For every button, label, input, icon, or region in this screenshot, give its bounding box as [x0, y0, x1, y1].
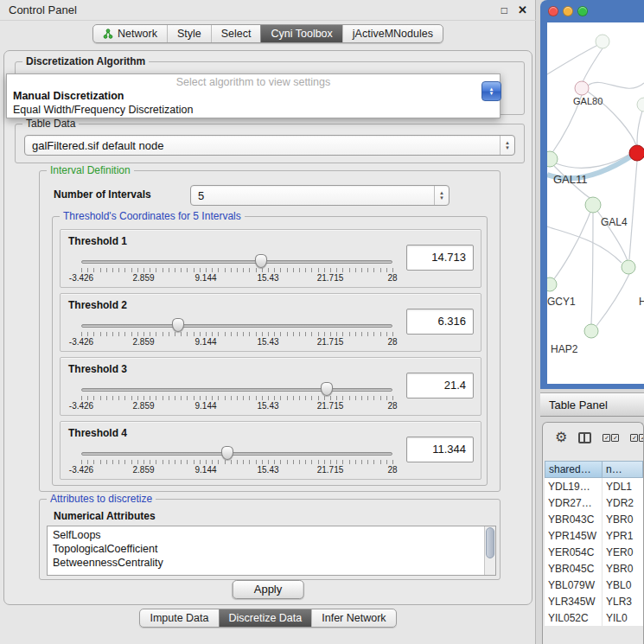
slider-handle[interactable] — [172, 318, 184, 332]
minimize-traffic-icon[interactable] — [563, 6, 573, 16]
slider-ticks — [81, 396, 393, 400]
table-row[interactable]: YIL052CYIL0 — [545, 609, 643, 626]
slider-track — [81, 260, 392, 264]
gal11-node — [547, 151, 558, 167]
table-row[interactable]: YBR045CYBR0 — [545, 560, 643, 577]
tab-cyni-toolbox[interactable]: Cyni Toolbox — [260, 25, 341, 42]
table-row[interactable]: YBL079WYBL0 — [545, 577, 643, 593]
table-row[interactable]: YDR27…YDR2 — [545, 494, 643, 511]
threshold-slider[interactable]: -3.4262.8599.14415.4321.71528 — [81, 256, 392, 284]
gcy1-node — [547, 277, 557, 291]
tab-jactivemnodules[interactable]: jActiveMNodules — [342, 25, 443, 42]
checkbox-pair-icon[interactable]: ✓✓ — [603, 434, 619, 442]
list-item-selfloops[interactable]: SelfLoops — [48, 528, 483, 542]
scale-label: 15.43 — [257, 273, 278, 283]
scale-label: 9.144 — [194, 273, 216, 283]
threshold-slider[interactable]: -3.4262.8599.14415.4321.71528 — [81, 448, 392, 475]
faint-node — [596, 35, 609, 48]
algorithm-combobox-arrow-button[interactable]: ▲▼ — [481, 81, 501, 101]
scale-label: 21.715 — [317, 401, 344, 411]
tab-discretize-data[interactable]: Discretize Data — [219, 609, 312, 627]
tab-label: Select — [221, 28, 252, 40]
tab-label: Style — [177, 28, 201, 40]
apply-button[interactable]: Apply — [233, 580, 304, 599]
gal80-node — [575, 81, 589, 95]
threshold-slider[interactable]: -3.4262.8599.14415.4321.71528 — [81, 320, 392, 348]
scale-label: -3.426 — [69, 401, 93, 411]
threshold-value-field[interactable]: 21.4 — [406, 373, 474, 399]
float-window-icon[interactable]: □ — [501, 4, 507, 16]
network-view-window: GAL80 GAL11 GAL4 GCY1 HAP2 H — [540, 0, 644, 389]
table-cell: YBR0 — [603, 560, 643, 577]
threshold-slider[interactable]: -3.4262.8599.14415.4321.71528 — [81, 384, 392, 411]
threshold-label: Threshold 2 — [68, 299, 127, 311]
table-cell: YDR27… — [545, 494, 603, 511]
table-data-group: Table Data galFiltered.sif default node … — [15, 124, 525, 163]
table-row[interactable]: YBR043CYBR0 — [545, 511, 643, 527]
table-data-combobox[interactable]: galFiltered.sif default node ▲▼ — [24, 135, 515, 156]
gcy1-label: GCY1 — [547, 296, 576, 308]
close-traffic-icon[interactable] — [548, 6, 558, 16]
list-item-topologicalcoefficient[interactable]: TopologicalCoefficient — [48, 542, 483, 556]
tab-impute-data[interactable]: Impute Data — [140, 609, 218, 627]
slider-handle[interactable] — [321, 382, 333, 396]
top-tabbar-strip: NetworkStyleSelectCyni ToolboxjActiveMNo… — [92, 24, 443, 43]
threshold-label: Threshold 1 — [68, 235, 127, 247]
scale-label: 21.715 — [317, 337, 344, 347]
table-cell: YIL0 — [603, 609, 643, 626]
dropdown-placeholder-item[interactable]: Select algorithm to view settings — [7, 76, 500, 89]
column-header-1[interactable]: n… — [603, 461, 643, 478]
dropdown-option-manual-discretization[interactable]: Manual Discretization — [7, 89, 500, 103]
table-row[interactable]: YDL19…YDL1 — [545, 478, 643, 494]
scale-label: 28 — [387, 273, 397, 283]
num-intervals-combobox[interactable]: 5 ▲▼ — [190, 185, 450, 206]
table-cell: YER054C — [545, 544, 603, 560]
network-canvas[interactable]: GAL80 GAL11 GAL4 GCY1 HAP2 H — [547, 22, 644, 384]
threshold-value-field[interactable]: 11.344 — [406, 437, 474, 462]
faint-node — [637, 98, 644, 112]
threshold-panel-threshold-2: Threshold 2-3.4262.8599.14415.4321.71528… — [60, 293, 481, 352]
threshold-panel-threshold-3: Threshold 3-3.4262.8599.14415.4321.71528… — [60, 357, 481, 416]
table-row[interactable]: YLR345WYLR3 — [545, 593, 643, 609]
scale-label: 2.859 — [132, 337, 154, 347]
combobox-stepper-icon[interactable]: ▲▼ — [500, 136, 514, 155]
tab-network[interactable]: Network — [93, 25, 167, 42]
selected-red-node — [629, 145, 644, 161]
threshold-value-field[interactable]: 14.713 — [406, 245, 474, 271]
slider-handle[interactable] — [221, 446, 233, 460]
tab-infer-network[interactable]: Infer Network — [311, 609, 395, 627]
attribute-items: SelfLoopsTopologicalCoefficientBetweenne… — [48, 528, 483, 570]
gear-icon[interactable]: ⚙ — [555, 430, 567, 444]
threshold-label: Threshold 4 — [68, 427, 127, 439]
column-header-0[interactable]: shared… — [545, 461, 603, 478]
zoom-traffic-icon[interactable] — [577, 6, 588, 16]
slider-handle[interactable] — [255, 254, 267, 268]
scale-label: 28 — [387, 337, 397, 347]
table-cell: YLR3 — [603, 593, 643, 609]
threshold-value-field[interactable]: 6.316 — [406, 309, 474, 335]
table-cell: YER0 — [603, 544, 643, 560]
algorithm-dropdown-popup: Select algorithm to view settings Manual… — [6, 73, 501, 118]
network-icon — [103, 29, 113, 39]
thresholds-group: Threshold's Coordinates for 5 Intervals … — [52, 216, 488, 486]
combobox-stepper-icon[interactable]: ▲▼ — [434, 186, 449, 205]
attributes-group-title: Attributes to discretize — [47, 493, 156, 505]
table-data-title: Table Data — [22, 118, 79, 130]
list-item-betweennesscentrality[interactable]: BetweennessCentrality — [48, 556, 483, 570]
close-icon[interactable]: ✕ — [518, 3, 527, 16]
slider-scale: -3.4262.8599.14415.4321.71528 — [81, 401, 392, 411]
gal4-node — [585, 197, 601, 213]
list-scrollbar[interactable] — [484, 526, 495, 575]
tab-label: Infer Network — [322, 612, 386, 624]
tab-style[interactable]: Style — [167, 25, 211, 42]
dropdown-option-equal-width[interactable]: Equal Width/Frequency Discretization — [7, 103, 500, 117]
table-row[interactable]: YER054CYER0 — [545, 544, 643, 560]
table-row[interactable]: YPR145WYPR1 — [545, 527, 643, 544]
tab-select[interactable]: Select — [211, 25, 261, 42]
table-panel-header: Table Panel — [540, 392, 644, 417]
table-cell: YPR145W — [545, 527, 603, 544]
checkbox-pair-icon-2[interactable]: ✓✓ — [630, 434, 644, 442]
scrollbar-thumb[interactable] — [486, 527, 494, 558]
columns-icon[interactable] — [578, 432, 591, 443]
window-traffic-lights — [548, 6, 588, 16]
